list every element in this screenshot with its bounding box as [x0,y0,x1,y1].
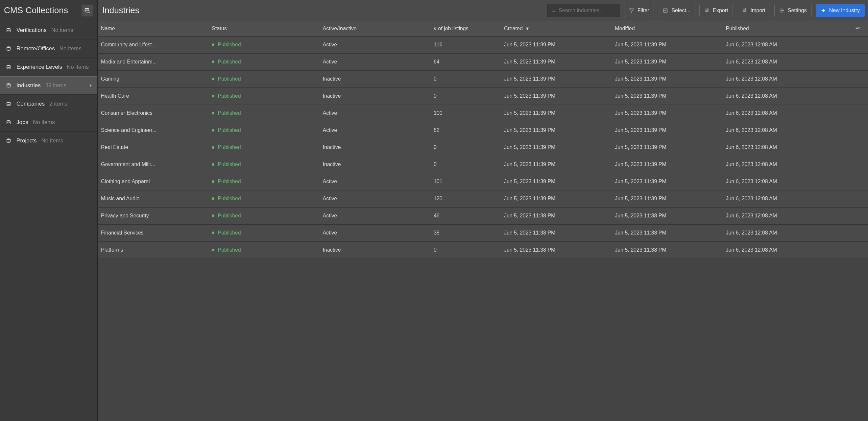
select-icon [663,8,668,13]
sidebar-item-count: 39 items [45,82,66,89]
table-row[interactable]: Media and Entertainm...PublishedActive64… [98,53,868,70]
table-row[interactable]: Health CarePublishedInactive0Jun 5, 2023… [98,88,868,104]
filter-label: Filter [638,7,649,13]
cell-status: Published [209,53,319,70]
cell-jobs: 101 [430,173,501,190]
new-industry-button[interactable]: New Industry [816,4,865,17]
cell-name: Music and Audio [98,190,209,207]
cell-status: Published [209,122,319,139]
status-text: Published [218,247,241,253]
cell-published: Jun 6, 2023 12:08 AM [722,207,848,224]
cell-published: Jun 6, 2023 12:08 AM [722,53,848,70]
cell-jobs: 0 [430,88,501,104]
cell-created: Jun 5, 2023 11:39 PM [501,122,612,139]
cell-created: Jun 5, 2023 11:38 PM [501,224,612,241]
table-row[interactable]: Clothing and ApparelPublishedActive101Ju… [98,173,868,190]
import-button[interactable]: Import [737,4,770,17]
select-button[interactable]: Select... [658,4,695,17]
database-icon [6,101,12,107]
sidebar-title: CMS Collections [4,5,68,16]
new-collection-button[interactable] [82,5,93,17]
table-row[interactable]: Consumer ElectronicsPublishedActive100Ju… [98,104,868,122]
pin-icon [854,24,861,32]
status-text: Published [218,42,241,48]
cell-active: Active [319,36,430,53]
cell-published: Jun 6, 2023 12:08 AM [722,88,848,104]
cell-empty [848,139,868,156]
cell-published: Jun 6, 2023 12:08 AM [722,224,848,241]
sidebar-item-label: Jobs [17,119,28,126]
sidebar-item-remote-offices[interactable]: Remote/OfficesNo items [0,39,97,58]
status-text: Published [218,161,241,168]
sidebar-item-industries[interactable]: Industries39 items [0,76,97,95]
status-text: Published [218,144,241,150]
cell-modified: Jun 5, 2023 11:39 PM [612,173,722,190]
sidebar-item-verifications[interactable]: VerificationsNo items [0,21,97,39]
cell-jobs: 0 [430,70,501,88]
cell-active: Inactive [319,241,430,259]
status-text: Published [218,110,241,116]
industries-table: Name Status Active/Inactive # of job lis… [98,21,868,259]
table-row[interactable]: Government and Milit...PublishedInactive… [98,156,868,173]
table-row[interactable]: PlatformsPublishedInactive0Jun 5, 2023 1… [98,241,868,259]
table-row[interactable]: Real EstatePublishedInactive0Jun 5, 2023… [98,139,868,156]
gear-icon [779,8,784,13]
import-icon [742,8,747,13]
table-row[interactable]: Privacy and SecurityPublishedActive46Jun… [98,207,868,224]
table-row[interactable]: Community and Lifest...PublishedActive11… [98,36,868,53]
col-modified[interactable]: Modified [612,21,722,36]
col-name[interactable]: Name [98,21,209,36]
status-text: Published [218,93,241,99]
cell-published: Jun 6, 2023 12:08 AM [722,241,848,259]
status-dot-icon [212,61,214,63]
cell-created: Jun 5, 2023 11:39 PM [501,104,612,122]
cell-name: Privacy and Security [98,207,209,224]
sidebar-item-label: Verifications [17,27,47,34]
cell-modified: Jun 5, 2023 11:38 PM [612,224,722,241]
export-button[interactable]: Export [699,4,733,17]
cell-created: Jun 5, 2023 11:39 PM [501,156,612,173]
sidebar-item-experience-levels[interactable]: Experience LevelsNo items [0,58,97,76]
table-row[interactable]: Science and Engineer...PublishedActive82… [98,122,868,139]
cell-published: Jun 6, 2023 12:08 AM [722,139,848,156]
pin-column-button[interactable] [848,21,868,36]
filter-button[interactable]: Filter [624,4,654,17]
cell-status: Published [209,70,319,88]
table-scroll[interactable]: Name Status Active/Inactive # of job lis… [98,21,868,421]
cell-published: Jun 6, 2023 12:08 AM [722,156,848,173]
col-published[interactable]: Published [722,21,848,36]
cell-empty [848,241,868,259]
search-icon [551,8,555,13]
cell-active: Inactive [319,156,430,173]
status-dot-icon [212,146,214,149]
status-dot-icon [212,197,214,200]
col-created[interactable]: Created ▾ [501,21,612,36]
cell-published: Jun 6, 2023 12:08 AM [722,122,848,139]
cell-modified: Jun 5, 2023 11:39 PM [612,190,722,207]
search-input[interactable] [559,7,616,13]
cell-modified: Jun 5, 2023 11:39 PM [612,70,722,88]
cell-empty [848,70,868,88]
table-row[interactable]: Financial ServicesPublishedActive38Jun 5… [98,224,868,241]
table-row[interactable]: GamingPublishedInactive0Jun 5, 2023 11:3… [98,70,868,88]
cell-active: Active [319,122,430,139]
search-box[interactable] [547,4,620,17]
cell-active: Inactive [319,139,430,156]
table-row[interactable]: Music and AudioPublishedActive120Jun 5, … [98,190,868,207]
cell-name: Platforms [98,241,209,259]
col-active[interactable]: Active/Inactive [319,21,430,36]
database-icon [6,46,12,51]
cell-status: Published [209,207,319,224]
settings-button[interactable]: Settings [774,4,812,17]
sidebar-item-companies[interactable]: Companies2 items [0,95,97,113]
cell-jobs: 0 [430,241,501,259]
col-status[interactable]: Status [209,21,319,36]
cell-name: Clothing and Apparel [98,173,209,190]
sidebar-item-projects[interactable]: ProjectsNo items [0,131,97,150]
cell-modified: Jun 5, 2023 11:39 PM [612,36,722,53]
sidebar-item-jobs[interactable]: JobsNo items [0,113,97,131]
sidebar-item-label: Companies [17,101,45,107]
col-jobs[interactable]: # of job listings [430,21,501,36]
svg-point-3 [7,65,10,66]
cell-name: Media and Entertainm... [98,53,209,70]
